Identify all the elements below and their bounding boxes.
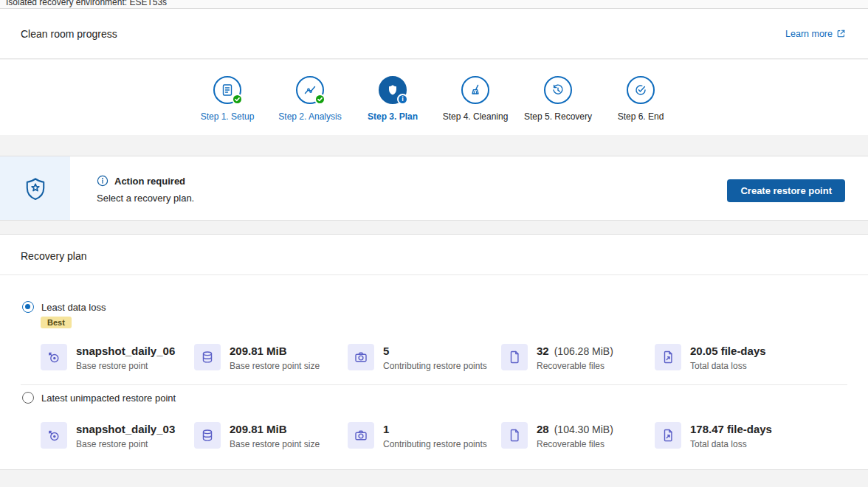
stat-value: 209.81 MiB: [230, 423, 287, 435]
create-restore-point-button[interactable]: Create restore point: [727, 179, 845, 202]
stat-recoverable-files: 32(106.28 MiB) Recoverable files: [501, 344, 655, 371]
banner-shield-area: [0, 156, 70, 220]
section-title-clean-room-progress: Clean room progress: [21, 28, 117, 40]
stat-value: 28: [537, 423, 549, 435]
file-icon: [501, 344, 528, 370]
environment-label: Isolated recovery environment: ESET53s: [6, 0, 868, 7]
stat-label: Base restore point size: [230, 361, 320, 371]
option-latest-unimpacted[interactable]: Latest unimpacted restore point: [22, 392, 176, 404]
database-icon: [194, 422, 221, 449]
end-check-circle-icon: [633, 83, 648, 97]
banner-body: Action required Select a recovery plan.: [97, 175, 194, 204]
learn-more-label: Learn more: [785, 29, 833, 39]
restore-point-icon: [41, 422, 67, 449]
action-required-message: Select a recovery plan.: [97, 193, 194, 204]
action-required-banner: Action required Select a recovery plan. …: [0, 156, 868, 221]
stat-value: snapshot_daily_03: [76, 423, 175, 435]
option-label: Least data loss: [41, 302, 106, 313]
learn-more-link[interactable]: Learn more: [785, 29, 846, 39]
step-1-label: Step 1. Setup: [201, 111, 255, 122]
stat-base-restore-point-size: 209.81 MiB Base restore point size: [194, 422, 348, 449]
external-link-icon: [836, 29, 846, 38]
recovery-plan-title: Recovery plan: [21, 250, 87, 262]
setup-step-circle: [213, 76, 241, 104]
stat-label: Base restore point: [76, 361, 180, 371]
steps: Step 1. Setup Step 2. Analysis: [186, 60, 682, 135]
file-icon: [501, 422, 528, 449]
stat-contributing-restore-points: 1 Contributing restore points: [348, 422, 501, 449]
stat-secondary: (106.28 MiB): [554, 345, 613, 357]
database-icon: [194, 344, 221, 370]
divider: [21, 384, 847, 385]
restore-point-icon: [41, 344, 67, 370]
option-least-data-loss[interactable]: Least data loss: [22, 301, 106, 313]
step-4-label: Step 4. Cleaning: [443, 111, 509, 122]
step-4-cleaning[interactable]: Step 4. Cleaning: [434, 76, 517, 135]
recovery-plan-section: Recovery plan Least data loss Best snaps…: [0, 234, 868, 470]
stat-contributing-restore-points: 5 Contributing restore points: [348, 344, 501, 371]
stat-value: 5: [383, 345, 389, 357]
stat-total-data-loss: 20.05 file-days Total data loss: [655, 344, 808, 371]
stat-base-restore-point: snapshot_daily_03 Base restore point: [41, 422, 194, 449]
step-5-label: Step 5. Recovery: [524, 111, 592, 122]
stat-base-restore-point-size: 209.81 MiB Base restore point size: [194, 344, 348, 371]
info-badge-icon: i: [397, 94, 408, 105]
cleaning-broom-icon: [468, 83, 483, 97]
stat-label: Recoverable files: [537, 439, 613, 449]
stat-value: 1: [383, 423, 389, 435]
step-6-end[interactable]: Step 6. End: [599, 76, 682, 135]
info-circle-icon: [97, 175, 108, 187]
step-3-plan[interactable]: i Step 3. Plan: [351, 76, 434, 135]
least-data-loss-stats: snapshot_daily_06 Base restore point 209…: [41, 344, 808, 371]
stat-label: Base restore point size: [230, 439, 320, 449]
recovery-restore-icon: [551, 83, 565, 97]
best-badge: Best: [41, 317, 72, 328]
check-badge-icon: [232, 94, 243, 105]
option-label: Latest unimpacted restore point: [41, 393, 176, 404]
check-badge-icon: [314, 94, 326, 105]
stat-label: Contributing restore points: [383, 361, 487, 371]
step-3-label: Step 3. Plan: [368, 111, 418, 122]
end-step-circle: [627, 76, 655, 104]
radio-least-data-loss[interactable]: [22, 301, 34, 313]
step-1-setup[interactable]: Step 1. Setup: [186, 76, 269, 135]
action-required-title: Action required: [114, 176, 185, 187]
stat-value: 20.05 file-days: [690, 345, 766, 357]
analysis-step-circle: [296, 76, 324, 104]
stat-recoverable-files: 28(104.30 MiB) Recoverable files: [501, 422, 655, 449]
cleaning-step-circle: [461, 76, 489, 104]
stat-label: Total data loss: [690, 361, 771, 371]
step-6-label: Step 6. End: [618, 111, 664, 122]
stat-label: Base restore point: [76, 439, 180, 449]
step-5-recovery[interactable]: Step 5. Recovery: [517, 76, 599, 135]
camera-icon: [348, 344, 374, 370]
stat-value: 209.81 MiB: [230, 345, 287, 357]
stat-label: Contributing restore points: [383, 439, 487, 449]
recovery-history-icon-circle: [544, 76, 572, 104]
stat-secondary: (104.30 MiB): [554, 424, 613, 435]
stat-base-restore-point: snapshot_daily_06 Base restore point: [41, 344, 194, 371]
stat-value: snapshot_daily_06: [76, 345, 175, 357]
stat-label: Total data loss: [690, 439, 777, 449]
divider: [0, 274, 868, 275]
camera-icon: [348, 422, 374, 449]
environment-strip: Isolated recovery environment: ESET53s: [0, 0, 868, 9]
latest-unimpacted-stats: snapshot_daily_03 Base restore point 209…: [41, 422, 808, 449]
stat-total-data-loss: 178.47 file-days Total data loss: [655, 422, 808, 449]
clean-room-progress-header: Clean room progress Learn more: [0, 9, 868, 59]
clean-room-stepper: Step 1. Setup Step 2. Analysis: [0, 60, 868, 135]
file-arrow-icon: [655, 344, 681, 370]
file-arrow-icon: [655, 422, 681, 449]
step-2-analysis[interactable]: Step 2. Analysis: [269, 76, 351, 135]
radio-latest-unimpacted[interactable]: [22, 392, 34, 404]
plan-step-circle: i: [379, 76, 407, 104]
stat-value: 178.47 file-days: [690, 423, 772, 435]
stat-label: Recoverable files: [537, 361, 613, 371]
stat-value: 32: [537, 345, 549, 357]
step-2-label: Step 2. Analysis: [278, 111, 341, 122]
shield-star-icon: [23, 176, 48, 201]
